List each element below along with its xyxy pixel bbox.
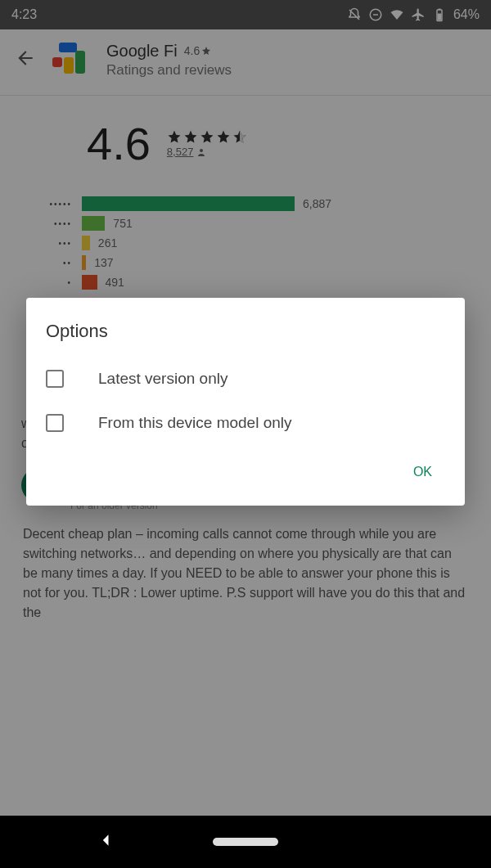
option-latest-version[interactable]: Latest version only xyxy=(26,357,465,401)
option-label: From this device model only xyxy=(98,414,292,432)
nav-back-button[interactable] xyxy=(98,832,115,852)
dialog-title: Options xyxy=(26,321,465,357)
option-label: Latest version only xyxy=(98,370,227,388)
system-nav-bar xyxy=(0,816,491,868)
ok-button[interactable]: OK xyxy=(403,458,442,486)
options-dialog: Options Latest version only From this de… xyxy=(26,298,465,506)
checkbox-icon[interactable] xyxy=(46,370,64,388)
checkbox-icon[interactable] xyxy=(46,414,64,432)
option-device-model[interactable]: From this device model only xyxy=(26,401,465,445)
nav-home-pill[interactable] xyxy=(213,838,278,846)
